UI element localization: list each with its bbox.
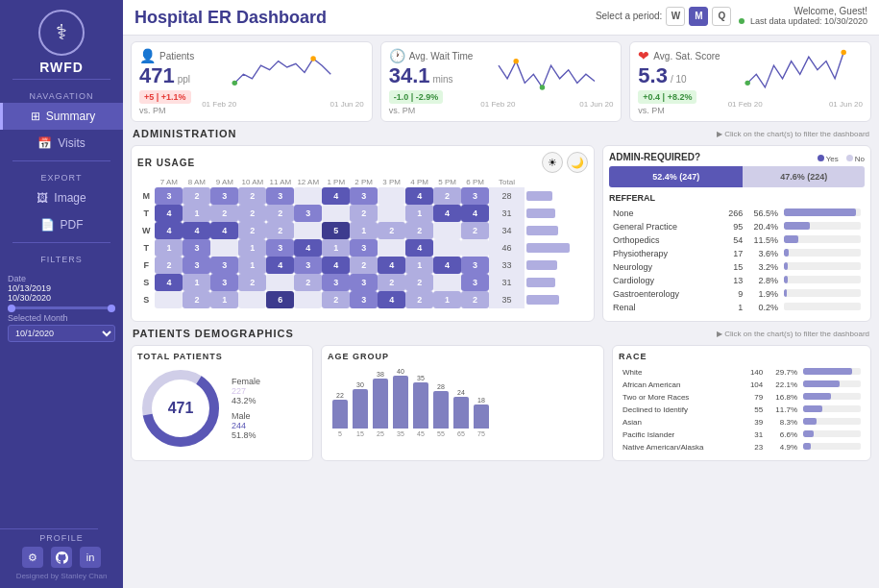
month-filter-select[interactable]: 10/1/2020 <box>8 325 115 342</box>
heat-cell[interactable]: 4 <box>461 205 489 222</box>
heat-cell[interactable] <box>155 291 183 308</box>
heat-cell[interactable]: 3 <box>350 239 378 257</box>
heat-cell[interactable]: 3 <box>350 274 378 291</box>
heat-cell[interactable]: 4 <box>155 274 183 291</box>
heat-cell[interactable]: 4 <box>378 257 405 274</box>
heat-cell[interactable]: 2 <box>378 274 405 291</box>
heat-cell[interactable] <box>210 239 238 257</box>
heat-cell[interactable]: 2 <box>378 222 405 239</box>
date-slider[interactable] <box>8 306 115 309</box>
heat-cell[interactable]: 2 <box>183 291 210 308</box>
heat-cell[interactable]: 4 <box>155 205 183 222</box>
sidebar-item-image[interactable]: 🖼 Image <box>0 184 123 211</box>
heat-cell[interactable]: 3 <box>266 187 294 205</box>
heat-cell[interactable]: 1 <box>350 222 378 239</box>
heat-cell[interactable]: 2 <box>266 205 294 222</box>
heat-cell[interactable]: 4 <box>183 222 210 239</box>
heat-cell[interactable]: 2 <box>461 222 489 239</box>
heat-cell[interactable]: 2 <box>433 187 461 205</box>
heat-cell[interactable]: 2 <box>155 257 183 274</box>
heat-cell[interactable]: 3 <box>210 187 238 205</box>
heat-cell[interactable]: 1 <box>238 239 266 257</box>
heat-cell[interactable]: 1 <box>183 205 210 222</box>
sidebar-item-pdf[interactable]: 📄 PDF <box>0 211 123 238</box>
heat-cell[interactable]: 3 <box>210 274 238 291</box>
heat-cell[interactable] <box>266 274 294 291</box>
heat-cell[interactable] <box>294 291 322 308</box>
period-m-button[interactable]: M <box>689 7 708 26</box>
heat-cell[interactable]: 4 <box>322 257 350 274</box>
heat-cell[interactable]: 2 <box>405 274 433 291</box>
heat-cell[interactable]: 1 <box>405 257 433 274</box>
heat-cell[interactable]: 2 <box>350 257 378 274</box>
heat-cell[interactable]: 2 <box>266 222 294 239</box>
heat-cell[interactable]: 2 <box>405 222 433 239</box>
heat-cell[interactable]: 1 <box>210 291 238 308</box>
heat-cell[interactable] <box>378 239 405 257</box>
heat-cell[interactable]: 4 <box>210 222 238 239</box>
heat-cell[interactable]: 4 <box>433 205 461 222</box>
github-icon[interactable]: ⚙ <box>22 547 43 568</box>
heat-cell[interactable]: 2 <box>238 187 266 205</box>
heat-cell[interactable]: 6 <box>266 291 294 308</box>
heat-cell[interactable]: 3 <box>461 257 489 274</box>
heat-cell[interactable]: 1 <box>322 239 350 257</box>
heat-cell[interactable]: 3 <box>461 187 489 205</box>
heat-cell[interactable]: 3 <box>461 274 489 291</box>
heat-cell[interactable]: 1 <box>183 274 210 291</box>
heat-cell[interactable]: 2 <box>183 187 210 205</box>
heat-cell[interactable] <box>378 187 405 205</box>
heat-cell[interactable]: 3 <box>294 205 322 222</box>
heat-cell[interactable] <box>294 187 322 205</box>
heat-cell[interactable] <box>433 274 461 291</box>
heat-cell[interactable] <box>433 222 461 239</box>
heat-cell[interactable]: 2 <box>294 274 322 291</box>
heat-cell[interactable]: 2 <box>461 291 489 308</box>
heat-cell[interactable]: 3 <box>322 274 350 291</box>
heat-cell[interactable]: 1 <box>238 257 266 274</box>
heat-cell[interactable]: 5 <box>322 222 350 239</box>
slider-thumb-right[interactable] <box>108 305 115 312</box>
heat-cell[interactable] <box>378 205 405 222</box>
heat-cell[interactable]: 2 <box>210 205 238 222</box>
period-q-button[interactable]: Q <box>712 7 731 26</box>
er-ctrl-moon[interactable]: 🌙 <box>567 152 588 173</box>
heat-cell[interactable]: 4 <box>294 239 322 257</box>
heat-cell[interactable]: 2 <box>238 205 266 222</box>
heat-cell[interactable]: 2 <box>238 274 266 291</box>
heat-cell[interactable]: 3 <box>350 291 378 308</box>
heat-cell[interactable]: 3 <box>155 187 183 205</box>
heat-cell[interactable]: 1 <box>405 205 433 222</box>
heat-cell[interactable]: 4 <box>433 257 461 274</box>
heat-cell[interactable]: 3 <box>183 257 210 274</box>
slider-thumb-left[interactable] <box>8 305 15 312</box>
heat-cell[interactable]: 2 <box>322 291 350 308</box>
linkedin-icon[interactable]: in <box>80 547 101 568</box>
heat-cell[interactable]: 4 <box>378 291 405 308</box>
heat-cell[interactable] <box>461 239 489 257</box>
er-ctrl-sun[interactable]: ☀ <box>542 152 563 173</box>
heat-cell[interactable]: 3 <box>350 187 378 205</box>
heat-cell[interactable]: 4 <box>266 257 294 274</box>
heat-cell[interactable]: 2 <box>238 222 266 239</box>
heat-cell[interactable]: 1 <box>433 291 461 308</box>
heat-cell[interactable] <box>433 239 461 257</box>
heat-cell[interactable] <box>238 291 266 308</box>
heat-cell[interactable]: 3 <box>294 257 322 274</box>
sidebar-item-visits[interactable]: 📅 Visits <box>0 130 123 157</box>
heat-cell[interactable]: 1 <box>155 239 183 257</box>
sidebar-item-summary[interactable]: ⊞ Summary <box>0 103 123 130</box>
heat-cell[interactable]: 2 <box>350 205 378 222</box>
heat-cell[interactable]: 3 <box>183 239 210 257</box>
heat-cell[interactable] <box>322 205 350 222</box>
heat-cell[interactable]: 4 <box>405 239 433 257</box>
heat-cell[interactable]: 2 <box>405 291 433 308</box>
github-logo[interactable] <box>51 547 72 568</box>
heat-cell[interactable] <box>294 222 322 239</box>
heat-cell[interactable]: 4 <box>155 222 183 239</box>
heat-cell[interactable]: 3 <box>266 239 294 257</box>
period-w-button[interactable]: W <box>666 7 685 26</box>
heat-cell[interactable]: 4 <box>405 187 433 205</box>
heat-cell[interactable]: 4 <box>322 187 350 205</box>
heat-cell[interactable]: 3 <box>210 257 238 274</box>
